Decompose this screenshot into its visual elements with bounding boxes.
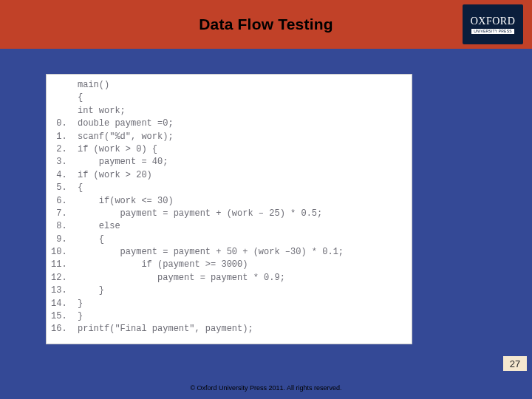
logo-sub-text: UNIVERSITY PRESS <box>471 29 514 34</box>
code-panel: main() { int work; 0. double payment =0;… <box>46 74 412 344</box>
copyright-text: © Oxford University Press 2011. All righ… <box>0 384 532 392</box>
slide: Data Flow Testing OXFORD UNIVERSITY PRES… <box>0 0 532 399</box>
page-number: 27 <box>510 358 520 369</box>
page-number-badge: 27 <box>503 356 527 371</box>
header-bar: Data Flow Testing OXFORD UNIVERSITY PRES… <box>0 0 532 49</box>
oxford-logo: OXFORD UNIVERSITY PRESS <box>463 4 523 44</box>
slide-title: Data Flow Testing <box>0 16 532 33</box>
logo-main-text: OXFORD <box>471 16 516 27</box>
code-listing: main() { int work; 0. double payment =0;… <box>51 79 404 336</box>
